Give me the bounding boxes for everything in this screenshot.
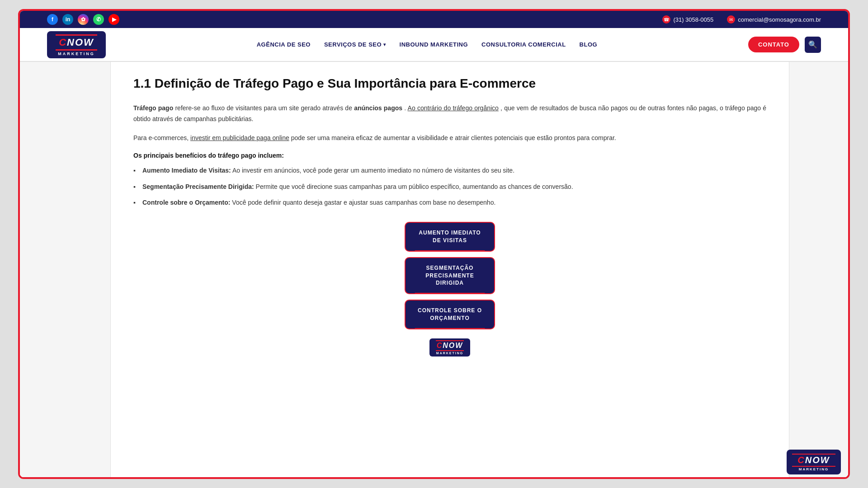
search-button[interactable]: 🔍 xyxy=(805,37,821,53)
list-item: Segmentação Precisamente Dirigida: Permi… xyxy=(133,182,766,192)
facebook-icon[interactable]: f xyxy=(47,14,58,25)
logo-bar-bottom xyxy=(56,49,97,51)
bl-bar-top xyxy=(436,340,464,341)
top-bar: f in ✿ ✆ ▶ ☎ (31) 3058-0055 ✉ comercial@… xyxy=(20,11,848,28)
logo-bar-top xyxy=(56,34,97,36)
logo-cnow: CNOW xyxy=(59,37,94,48)
email-contact[interactable]: ✉ comercial@somosagora.com.br xyxy=(727,15,821,23)
bl-c: C xyxy=(437,342,443,349)
list-item: Controle sobre o Orçamento: Você pode de… xyxy=(133,197,766,208)
benefit-term-2: Segmentação Precisamente Dirigida: xyxy=(142,183,254,190)
social-icons: f in ✿ ✆ ▶ xyxy=(47,14,119,25)
benefits-heading: Os principais benefícios do tráfego pago… xyxy=(133,152,766,159)
logo-c: C xyxy=(59,37,67,48)
brl-marketing: MARKETING xyxy=(799,467,829,471)
navbar: CNOW MARKETING AGÊNCIA DE SEO SERVIÇOS D… xyxy=(20,28,848,62)
benefit-card-3: CONTROLE SOBRE OORÇAMENTO xyxy=(405,300,495,329)
nav-consultoria[interactable]: CONSULTORIA COMERCIAL xyxy=(481,41,566,48)
youtube-icon[interactable]: ▶ xyxy=(108,14,119,25)
brl-c: C xyxy=(797,455,805,465)
brl-bar-bottom xyxy=(792,466,835,467)
nav-agencia-seo[interactable]: AGÊNCIA DE SEO xyxy=(257,41,311,48)
bottom-logo-box: CNOW MARKETING xyxy=(429,338,470,357)
instagram-icon[interactable]: ✿ xyxy=(78,14,89,25)
nav-menu: AGÊNCIA DE SEO SERVIÇOS DE SEO ▾ INBOUND… xyxy=(257,41,597,48)
logo-marketing: MARKETING xyxy=(58,52,95,56)
publicidade-paga-link[interactable]: investir em publicidade paga online xyxy=(190,134,289,141)
trafego-pago-term: Tráfego pago xyxy=(133,104,173,112)
benefit-cards: AUMENTO IMEDIATODE VISITAS SEGMENTAÇÃOPR… xyxy=(133,222,766,329)
benefits-list: Aumento Imediato de Visitas: Ao investir… xyxy=(133,165,766,208)
article-title: 1.1 Definição de Tráfego Pago e Sua Impo… xyxy=(133,75,766,92)
article-para-1: Tráfego pago refere-se ao fluxo de visit… xyxy=(133,103,766,125)
email-address: comercial@somosagora.com.br xyxy=(738,16,821,23)
right-sidebar xyxy=(789,62,848,477)
contato-button[interactable]: CONTATO xyxy=(748,37,799,52)
logo-area[interactable]: CNOW MARKETING xyxy=(47,31,106,58)
list-item: Aumento Imediato de Visitas: Ao investir… xyxy=(133,165,766,176)
nav-actions: CONTATO 🔍 xyxy=(748,37,821,53)
phone-icon: ☎ xyxy=(662,15,670,23)
brl-bar-top xyxy=(792,454,835,455)
bottom-right-logo: CNOW MARKETING xyxy=(787,450,841,474)
benefit-card-1: AUMENTO IMEDIATODE VISITAS xyxy=(405,222,495,252)
nav-blog[interactable]: BLOG xyxy=(580,41,598,48)
bottom-logo-watermark: CNOW MARKETING xyxy=(133,338,766,357)
whatsapp-icon[interactable]: ✆ xyxy=(93,14,104,25)
main-nav: AGÊNCIA DE SEO SERVIÇOS DE SEO ▾ INBOUND… xyxy=(257,41,597,48)
anuncios-pagos-term: anúncios pagos xyxy=(354,104,402,112)
email-icon: ✉ xyxy=(727,15,735,23)
contact-info: ☎ (31) 3058-0055 ✉ comercial@somosagora.… xyxy=(662,15,821,23)
bl-cnow: CNOW xyxy=(437,342,463,350)
phone-number: (31) 3058-0055 xyxy=(673,16,713,23)
trafego-organico-link[interactable]: Ao contrário do tráfego orgânico xyxy=(408,104,499,112)
benefit-term-3: Controle sobre o Orçamento: xyxy=(142,199,230,206)
benefit-card-2: SEGMENTAÇÃOPRECISAMENTEDIRIGIDA xyxy=(405,257,495,294)
left-sidebar xyxy=(20,62,110,477)
page-frame: f in ✿ ✆ ▶ ☎ (31) 3058-0055 ✉ comercial@… xyxy=(18,9,850,479)
chevron-down-icon: ▾ xyxy=(383,42,386,47)
brl-cnow: CNOW xyxy=(797,455,830,465)
phone-contact[interactable]: ☎ (31) 3058-0055 xyxy=(662,15,713,23)
article-para-2: Para e-commerces, investir em publicidad… xyxy=(133,133,766,144)
linkedin-icon[interactable]: in xyxy=(62,14,73,25)
logo-box: CNOW MARKETING xyxy=(47,31,106,58)
search-icon: 🔍 xyxy=(808,40,817,49)
content-wrapper: 1.1 Definição de Tráfego Pago e Sua Impo… xyxy=(20,62,848,477)
main-content: 1.1 Definição de Tráfego Pago e Sua Impo… xyxy=(110,62,789,477)
bl-marketing: MARKETING xyxy=(436,352,463,355)
nav-servicos-seo[interactable]: SERVIÇOS DE SEO ▾ xyxy=(324,41,386,48)
nav-inbound-marketing[interactable]: INBOUND MARKETING xyxy=(400,41,468,48)
bl-bar-bottom xyxy=(436,350,464,351)
benefit-term-1: Aumento Imediato de Visitas: xyxy=(142,167,231,174)
